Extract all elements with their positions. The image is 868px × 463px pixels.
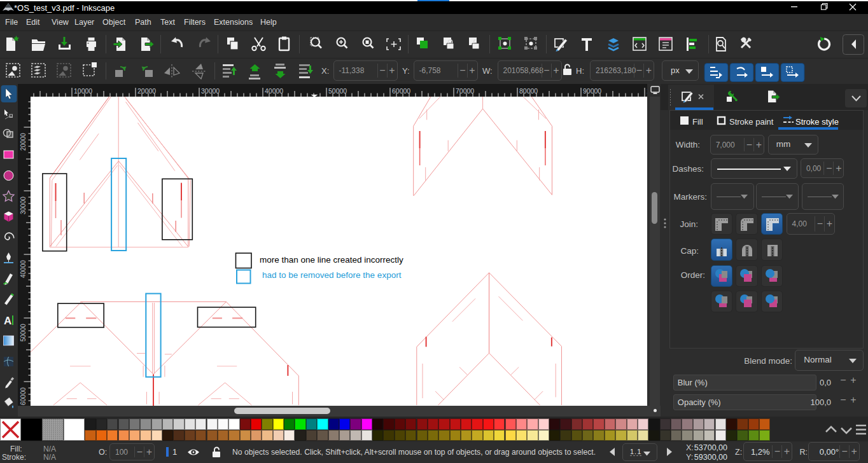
svg-text:A: A: [4, 315, 11, 327]
svg-text:had to be removed before the e: had to be removed before the export: [262, 270, 402, 280]
svg-text:40000: 40000: [20, 260, 27, 278]
svg-text:10000: 10000: [74, 87, 92, 95]
svg-text:50000: 50000: [328, 87, 347, 95]
svg-text:50000: 50000: [20, 324, 27, 342]
svg-text:80000: 80000: [519, 87, 538, 95]
svg-text:more than one line created inc: more than one line created incorrectly: [260, 255, 403, 265]
svg-text:20000: 20000: [20, 133, 27, 151]
svg-text:60000: 60000: [20, 387, 27, 405]
svg-text:20000: 20000: [137, 87, 156, 95]
svg-text:30000: 30000: [20, 197, 27, 214]
svg-text:30000: 30000: [201, 87, 220, 95]
svg-text:40000: 40000: [265, 87, 283, 95]
svg-text:90000: 90000: [583, 87, 601, 95]
svg-text:60000: 60000: [392, 87, 410, 95]
svg-text:70000: 70000: [456, 87, 474, 95]
